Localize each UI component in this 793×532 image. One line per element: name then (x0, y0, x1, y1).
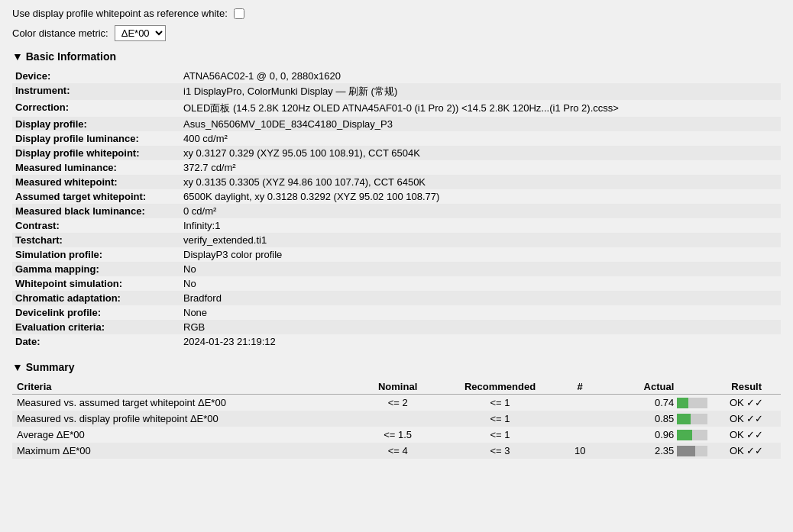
row-label: Whitepoint simulation: (12, 276, 180, 291)
row-value: i1 DisplayPro, ColorMunki Display — 刷新 (… (180, 83, 781, 100)
criteria-cell: Measured vs. assumed target whitepoint Δ… (12, 395, 359, 411)
row-value: Infinity:1 (180, 218, 781, 233)
table-row: Maximum ΔE*00<= 4<= 3102.35OK ✓✓ (12, 443, 781, 459)
actual-bar (677, 414, 707, 424)
criteria-cell: Maximum ΔE*00 (12, 443, 359, 459)
recommended-cell: <= 1 (436, 395, 564, 411)
table-row: Simulation profile:DisplayP3 color profi… (12, 247, 781, 262)
metric-label: Color distance metric: (12, 27, 108, 39)
col-criteria: Criteria (12, 379, 359, 395)
table-row: Display profile luminance:400 cd/m² (12, 131, 781, 146)
summary-table: Criteria Nominal Recommended # Actual Re… (12, 379, 781, 459)
table-row: Contrast:Infinity:1 (12, 218, 781, 233)
table-row: Evaluation criteria:RGB (12, 320, 781, 334)
nominal-cell (359, 411, 436, 427)
row-value: xy 0.3127 0.329 (XYZ 95.05 100 108.91), … (180, 146, 781, 160)
row-value: No (180, 276, 781, 291)
nominal-cell: <= 2 (359, 395, 436, 411)
table-row: Display profile:Asus_N6506MV_10DE_834C41… (12, 117, 781, 131)
row-label: Testchart: (12, 233, 180, 247)
col-hash: # (564, 379, 596, 395)
row-label: Display profile: (12, 117, 180, 131)
row-label: Measured whitepoint: (12, 175, 180, 189)
summary-section: ▼ Summary Criteria Nominal Recommended #… (12, 361, 781, 459)
hash-cell (564, 427, 596, 443)
table-row: Testchart:verify_extended.ti1 (12, 233, 781, 247)
row-label: Evaluation criteria: (12, 320, 180, 334)
col-recommended: Recommended (436, 379, 564, 395)
row-value: 400 cd/m² (180, 131, 781, 146)
row-label: Instrument: (12, 83, 180, 100)
actual-cell: 2.35 (596, 443, 712, 459)
row-value: ATNA56AC02-1 @ 0, 0, 2880x1620 (180, 69, 781, 83)
criteria-cell: Average ΔE*00 (12, 427, 359, 443)
table-row: Whitepoint simulation:No (12, 276, 781, 291)
table-row: Date:2024-01-23 21:19:12 (12, 334, 781, 349)
col-actual: Actual (596, 379, 712, 395)
table-row: Measured black luminance:0 cd/m² (12, 204, 781, 218)
summary-header: ▼ Summary (12, 361, 781, 373)
basic-info-header: ▼ Basic Information (12, 50, 781, 63)
table-row: Device:ATNA56AC02-1 @ 0, 0, 2880x1620 (12, 69, 781, 83)
col-nominal: Nominal (359, 379, 436, 395)
table-row: Gamma mapping:No (12, 262, 781, 276)
row-value: Bradford (180, 291, 781, 305)
row-value: 2024-01-23 21:19:12 (180, 334, 781, 349)
row-value: No (180, 262, 781, 276)
row-value: 0 cd/m² (180, 204, 781, 218)
row-value: Asus_N6506MV_10DE_834C4180_Display_P3 (180, 117, 781, 131)
actual-value: 0.85 (655, 413, 674, 424)
actual-cell: 0.74 (596, 395, 712, 411)
row-label: Gamma mapping: (12, 262, 180, 276)
whitepoint-label: Use display profile whitepoint as refere… (12, 8, 228, 19)
row-label: Display profile luminance: (12, 131, 180, 146)
hash-cell: 10 (564, 443, 596, 459)
basic-info-section: ▼ Basic Information Device:ATNA56AC02-1 … (12, 50, 781, 349)
row-label: Correction: (12, 100, 180, 117)
row-value: OLED面板 (14.5 2.8K 120Hz OLED ATNA45AF01-… (180, 100, 781, 117)
row-label: Assumed target whitepoint: (12, 189, 180, 204)
metric-select[interactable]: ΔE*00 ΔE*94 ΔE76 (115, 25, 166, 41)
actual-cell: 0.96 (596, 427, 712, 443)
table-row: Average ΔE*00<= 1.5<= 10.96OK ✓✓ (12, 427, 781, 443)
table-row: Measured vs. display profile whitepoint … (12, 411, 781, 427)
row-label: Measured luminance: (12, 160, 180, 175)
nominal-cell: <= 1.5 (359, 427, 436, 443)
nominal-cell: <= 4 (359, 443, 436, 459)
actual-value: 0.74 (655, 397, 674, 408)
hash-cell (564, 411, 596, 427)
actual-cell: 0.85 (596, 411, 712, 427)
row-label: Device: (12, 69, 180, 83)
result-cell: OK ✓✓ (712, 395, 781, 411)
actual-value: 2.35 (655, 445, 674, 456)
hash-cell (564, 395, 596, 411)
actual-bar (677, 398, 707, 408)
result-cell: OK ✓✓ (712, 427, 781, 443)
table-row: Assumed target whitepoint:6500K daylight… (12, 189, 781, 204)
row-label: Date: (12, 334, 180, 349)
recommended-cell: <= 1 (436, 427, 564, 443)
row-label: Contrast: (12, 218, 180, 233)
table-row: Instrument:i1 DisplayPro, ColorMunki Dis… (12, 83, 781, 100)
whitepoint-control: Use display profile whitepoint as refere… (12, 8, 781, 19)
row-value: xy 0.3135 0.3305 (XYZ 94.86 100 107.74),… (180, 175, 781, 189)
row-value: DisplayP3 color profile (180, 247, 781, 262)
table-row: Chromatic adaptation:Bradford (12, 291, 781, 305)
row-label: Devicelink profile: (12, 305, 180, 320)
table-row: Measured vs. assumed target whitepoint Δ… (12, 395, 781, 411)
basic-info-table: Device:ATNA56AC02-1 @ 0, 0, 2880x1620Ins… (12, 69, 781, 349)
row-value: 372.7 cd/m² (180, 160, 781, 175)
whitepoint-checkbox[interactable] (234, 8, 244, 19)
recommended-cell: <= 3 (436, 443, 564, 459)
actual-value: 0.96 (655, 429, 674, 440)
actual-bar (677, 430, 707, 440)
table-row: Correction:OLED面板 (14.5 2.8K 120Hz OLED … (12, 100, 781, 117)
result-cell: OK ✓✓ (712, 443, 781, 459)
table-row: Display profile whitepoint:xy 0.3127 0.3… (12, 146, 781, 160)
row-value: verify_extended.ti1 (180, 233, 781, 247)
row-value: RGB (180, 320, 781, 334)
table-row: Devicelink profile:None (12, 305, 781, 320)
metric-control: Color distance metric: ΔE*00 ΔE*94 ΔE76 (12, 25, 781, 41)
row-label: Measured black luminance: (12, 204, 180, 218)
col-result: Result (712, 379, 781, 395)
